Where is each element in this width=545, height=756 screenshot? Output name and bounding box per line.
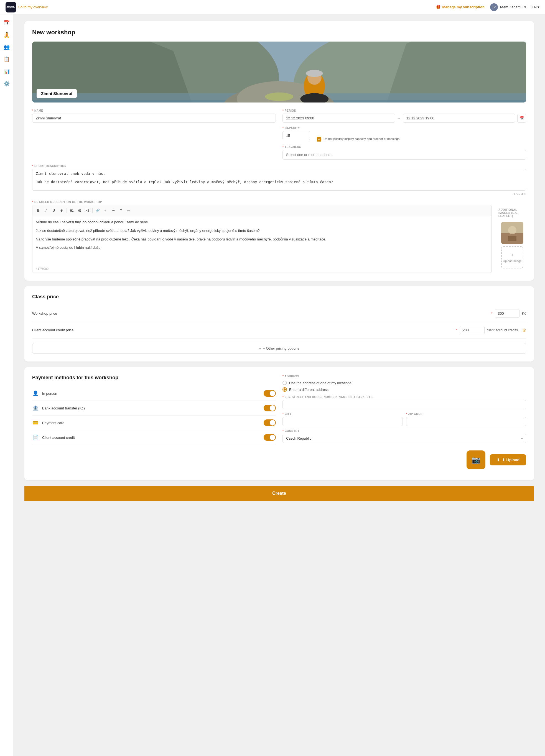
- rte-ordered-list-button[interactable]: ≔: [109, 207, 117, 214]
- payment-card-toggle[interactable]: [263, 419, 276, 426]
- period-separator: →: [397, 116, 401, 120]
- top-navigation: ZENAMU Go to my overview 🎁 Manage my sub…: [0, 0, 545, 14]
- rte-h3-button[interactable]: H3: [84, 207, 91, 214]
- capacity-checkbox-group: Do not publicly display capacity and num…: [317, 127, 526, 142]
- rte-bold-button[interactable]: B: [35, 207, 42, 214]
- name-input[interactable]: [32, 114, 276, 123]
- additional-images-section: ADDITIONAL IMAGES (E.G. LEAFLET): [498, 201, 526, 273]
- rte-blockquote-button[interactable]: ❝: [117, 207, 124, 214]
- workshop-price-input-group: Kč: [495, 309, 526, 318]
- credit-price-row: Client account credit price * client acc…: [32, 322, 526, 339]
- topnav-right: 🎁 Manage my subscription TZ Team Zenamu …: [436, 3, 539, 11]
- address-radio-different[interactable]: Enter a different address: [283, 387, 526, 392]
- language-menu-button[interactable]: EN ▾: [532, 5, 539, 9]
- bank-transfer-toggle[interactable]: [263, 405, 276, 411]
- street-input[interactable]: [283, 400, 526, 409]
- street-label: * E.G. STREET AND HOUSE NUMBER, NAME OF …: [283, 396, 526, 399]
- rte-italic-button[interactable]: I: [42, 207, 50, 214]
- rte-separator-2: [92, 208, 93, 213]
- short-desc-textarea[interactable]: Zimní slunovrat aneb voda v nás. Jak se …: [32, 169, 526, 191]
- team-menu-button[interactable]: TZ Team Zenamu ▾: [490, 3, 526, 11]
- workshop-price-input[interactable]: [495, 309, 520, 318]
- sidebar-item-calendar[interactable]: 📅: [2, 18, 12, 28]
- plus-icon: +: [511, 252, 514, 258]
- go-to-overview-link[interactable]: Go to my overview: [18, 5, 48, 9]
- rte-h1-button[interactable]: H1: [68, 207, 75, 214]
- sidebar-item-yoga[interactable]: 🧘: [2, 30, 12, 40]
- upload-image-label: Upload image: [503, 259, 522, 263]
- teachers-group: * TEACHERS: [283, 145, 526, 160]
- credit-price-input[interactable]: [460, 326, 485, 334]
- capacity-input[interactable]: [283, 131, 310, 140]
- subscription-icon: 🎁: [436, 5, 441, 9]
- capacity-checkbox-label: Do not publicly display capacity and num…: [324, 137, 400, 141]
- upload-image-button[interactable]: + Upload image: [501, 246, 523, 268]
- rte-h2-button[interactable]: H2: [76, 207, 83, 214]
- short-desc-label: * SHORT DESCRIPTION: [32, 165, 526, 168]
- payment-address-two-col: Payment methods for this workshop 👤 In p…: [32, 375, 526, 445]
- sidebar-item-users[interactable]: 👥: [2, 42, 12, 52]
- in-person-toggle[interactable]: [263, 390, 276, 397]
- additional-images-label: ADDITIONAL IMAGES (E.G. LEAFLET): [498, 208, 526, 217]
- period-row: → 📅: [283, 114, 526, 123]
- account-credit-toggle[interactable]: [263, 434, 276, 441]
- address-radio-locations[interactable]: Use the address of one of my locations: [283, 381, 526, 385]
- rte-toolbar: B I U S H1 H2 H3 🔗 ≡ ≔ ❝ —: [32, 205, 492, 216]
- checkmark-icon: [318, 138, 321, 141]
- rte-strikethrough-button[interactable]: S: [58, 207, 65, 214]
- logo-icon: ZENAMU: [6, 2, 16, 12]
- teachers-input[interactable]: [283, 150, 526, 160]
- payment-methods-title: Payment methods for this workshop: [32, 375, 276, 381]
- capacity-checkbox[interactable]: [317, 137, 321, 142]
- manage-subscription-link[interactable]: 🎁 Manage my subscription: [436, 5, 484, 9]
- upload-button[interactable]: ⬆ ⬆ Upload: [490, 454, 526, 465]
- rte-body[interactable]: Míříme do času největší tmy, do období c…: [32, 216, 492, 266]
- sidebar-item-notes[interactable]: 📋: [2, 54, 12, 64]
- thumbnail-inner-1: [501, 222, 523, 244]
- camera-button[interactable]: 📷: [467, 450, 485, 469]
- period-start-input[interactable]: [283, 114, 395, 123]
- rte-separator-1: [66, 208, 67, 213]
- zip-input[interactable]: [406, 417, 526, 426]
- sidebar-item-settings[interactable]: ⚙️: [2, 79, 12, 89]
- workshop-price-required: *: [491, 311, 493, 316]
- city-input[interactable]: [283, 417, 403, 426]
- svg-rect-13: [310, 70, 319, 75]
- capacity-label: * CAPACITY: [283, 127, 310, 130]
- other-pricing-button[interactable]: + + Other pricing options: [32, 343, 526, 354]
- address-radio-locations-circle: [283, 381, 287, 385]
- payment-card-icon: 💳: [32, 420, 39, 426]
- zip-field-group: * ZIP CODE: [406, 412, 526, 426]
- payment-address-card: Payment methods for this workshop 👤 In p…: [24, 367, 534, 480]
- zip-label: * ZIP CODE: [406, 412, 526, 416]
- credit-price-required: *: [456, 328, 457, 332]
- workshop-price-currency: Kč: [522, 311, 526, 316]
- credit-price-delete-button[interactable]: 🗑: [522, 328, 526, 332]
- svg-rect-23: [508, 236, 516, 241]
- address-label: * ADDRESS: [283, 375, 526, 378]
- additional-images-list: + Upload image: [501, 222, 523, 268]
- bank-transfer-icon: 🏦: [32, 405, 39, 411]
- country-select-wrapper: Czech Republic Slovakia Germany Austria …: [283, 434, 526, 443]
- period-end-input[interactable]: [403, 114, 515, 123]
- city-label: * CITY: [283, 412, 403, 416]
- credit-price-input-group: client account credits 🗑: [460, 326, 526, 334]
- in-person-icon: 👤: [32, 390, 39, 396]
- rte-bullet-list-button[interactable]: ≡: [102, 207, 109, 214]
- short-desc-char-count: 172 / 330: [32, 192, 526, 196]
- rte-hr-button[interactable]: —: [125, 207, 132, 214]
- rte-underline-button[interactable]: U: [50, 207, 57, 214]
- chevron-down-icon: ▾: [524, 5, 526, 9]
- account-credit-icon: 📄: [32, 434, 39, 440]
- calendar-picker-button[interactable]: 📅: [517, 114, 526, 123]
- calendar-icon: 📅: [520, 116, 524, 120]
- create-button[interactable]: Create: [29, 491, 529, 496]
- name-field-group: * NAME: [32, 109, 276, 160]
- rte-link-button[interactable]: 🔗: [94, 207, 101, 214]
- sidebar-item-charts[interactable]: 📊: [2, 66, 12, 76]
- country-select[interactable]: Czech Republic Slovakia Germany Austria …: [283, 434, 526, 443]
- detail-desc-label: * DETAILED DESCRIPTION OF THE WORKSHOP: [32, 201, 492, 204]
- image-thumbnail-1[interactable]: [501, 222, 523, 244]
- period-label: * PERIOD: [283, 109, 526, 112]
- main-content: New workshop: [13, 14, 545, 508]
